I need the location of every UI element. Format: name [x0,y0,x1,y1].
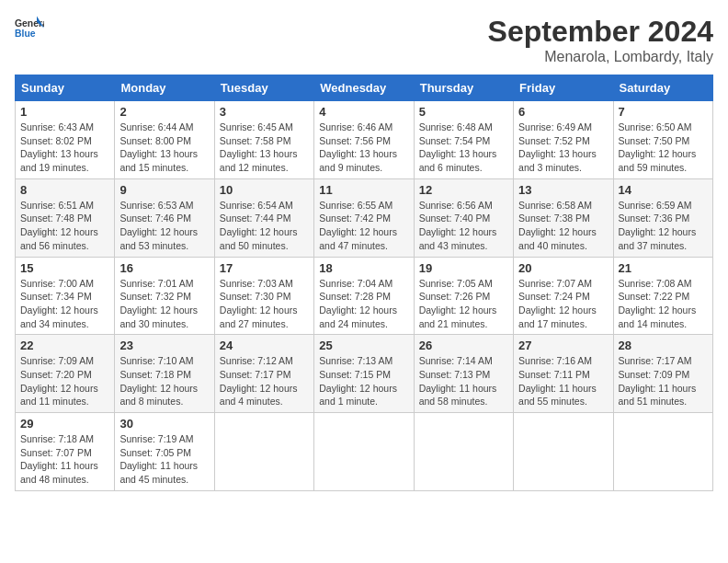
day-number: 6 [518,105,608,119]
day-number: 27 [518,339,608,352]
day-detail: Sunrise: 6:46 AM Sunset: 7:56 PM Dayligh… [319,121,408,175]
calendar-cell: 21 Sunrise: 7:08 AM Sunset: 7:22 PM Dayl… [613,257,712,335]
calendar-cell: 17 Sunrise: 7:03 AM Sunset: 7:30 PM Dayl… [214,257,313,335]
day-detail: Sunrise: 7:19 AM Sunset: 7:05 PM Dayligh… [119,432,209,487]
day-number: 11 [319,183,408,197]
calendar-cell: 27 Sunrise: 7:16 AM Sunset: 7:11 PM Dayl… [514,335,613,413]
day-detail: Sunrise: 7:12 AM Sunset: 7:17 PM Dayligh… [220,354,309,408]
day-detail: Sunrise: 7:07 AM Sunset: 7:24 PM Dayligh… [518,277,608,331]
day-number: 29 [20,417,109,431]
day-detail: Sunrise: 7:14 AM Sunset: 7:13 PM Dayligh… [419,354,508,408]
day-detail: Sunrise: 7:01 AM Sunset: 7:32 PM Dayligh… [119,277,209,331]
week-row-4: 22 Sunrise: 7:09 AM Sunset: 7:20 PM Dayl… [16,335,713,413]
col-sunday: Sunday [16,75,115,101]
calendar-cell: 5 Sunrise: 6:48 AM Sunset: 7:54 PM Dayli… [414,101,513,179]
calendar-cell: 3 Sunrise: 6:45 AM Sunset: 7:58 PM Dayli… [214,101,313,179]
day-detail: Sunrise: 7:05 AM Sunset: 7:26 PM Dayligh… [419,277,508,331]
col-wednesday: Wednesday [314,75,414,101]
day-number: 21 [619,261,708,275]
title-area: September 2024 Menarola, Lombardy, Italy [488,15,713,65]
day-number: 15 [20,261,109,275]
week-row-2: 8 Sunrise: 6:51 AM Sunset: 7:48 PM Dayli… [16,178,713,257]
calendar-cell [514,413,613,491]
day-number: 2 [119,105,209,119]
calendar-cell: 14 Sunrise: 6:59 AM Sunset: 7:36 PM Dayl… [613,178,712,257]
day-detail: Sunrise: 6:51 AM Sunset: 7:48 PM Dayligh… [20,199,109,253]
day-number: 23 [119,339,209,352]
day-detail: Sunrise: 6:59 AM Sunset: 7:36 PM Dayligh… [619,199,708,253]
day-number: 18 [319,261,408,275]
calendar-cell: 9 Sunrise: 6:53 AM Sunset: 7:46 PM Dayli… [115,178,214,257]
day-detail: Sunrise: 7:18 AM Sunset: 7:07 PM Dayligh… [20,432,109,487]
calendar-cell: 24 Sunrise: 7:12 AM Sunset: 7:17 PM Dayl… [214,335,313,413]
day-number: 22 [20,339,109,352]
col-thursday: Thursday [414,75,513,101]
calendar-cell: 1 Sunrise: 6:43 AM Sunset: 8:02 PM Dayli… [16,101,115,179]
calendar-cell: 13 Sunrise: 6:58 AM Sunset: 7:38 PM Dayl… [514,178,613,257]
calendar-cell: 16 Sunrise: 7:01 AM Sunset: 7:32 PM Dayl… [115,257,214,335]
day-number: 17 [220,261,309,275]
day-number: 8 [20,183,109,197]
calendar-cell [613,413,712,491]
logo-icon: General Blue [15,15,44,40]
week-row-1: 1 Sunrise: 6:43 AM Sunset: 8:02 PM Dayli… [16,101,713,179]
col-tuesday: Tuesday [214,75,313,101]
calendar-cell: 22 Sunrise: 7:09 AM Sunset: 7:20 PM Dayl… [16,335,115,413]
calendar-cell: 8 Sunrise: 6:51 AM Sunset: 7:48 PM Dayli… [16,178,115,257]
day-number: 12 [419,183,508,197]
day-detail: Sunrise: 7:16 AM Sunset: 7:11 PM Dayligh… [518,354,608,408]
calendar-cell: 26 Sunrise: 7:14 AM Sunset: 7:13 PM Dayl… [414,335,513,413]
day-detail: Sunrise: 6:44 AM Sunset: 8:00 PM Dayligh… [119,121,209,175]
calendar-cell: 30 Sunrise: 7:19 AM Sunset: 7:05 PM Dayl… [115,413,214,491]
day-number: 1 [20,105,109,119]
calendar-cell: 28 Sunrise: 7:17 AM Sunset: 7:09 PM Dayl… [613,335,712,413]
day-number: 24 [220,339,309,352]
day-number: 28 [619,339,708,352]
month-title: September 2024 [488,15,713,49]
day-number: 5 [419,105,508,119]
day-number: 14 [619,183,708,197]
day-number: 9 [119,183,209,197]
day-detail: Sunrise: 6:45 AM Sunset: 7:58 PM Dayligh… [220,121,309,175]
day-detail: Sunrise: 6:43 AM Sunset: 8:02 PM Dayligh… [20,121,109,175]
location: Menarola, Lombardy, Italy [488,49,713,65]
col-friday: Friday [514,75,613,101]
day-detail: Sunrise: 6:54 AM Sunset: 7:44 PM Dayligh… [220,199,309,253]
calendar-cell: 19 Sunrise: 7:05 AM Sunset: 7:26 PM Dayl… [414,257,513,335]
day-number: 10 [220,183,309,197]
day-detail: Sunrise: 7:17 AM Sunset: 7:09 PM Dayligh… [619,354,708,408]
day-detail: Sunrise: 6:48 AM Sunset: 7:54 PM Dayligh… [419,121,508,175]
calendar-cell: 7 Sunrise: 6:50 AM Sunset: 7:50 PM Dayli… [613,101,712,179]
day-detail: Sunrise: 7:00 AM Sunset: 7:34 PM Dayligh… [20,277,109,331]
day-detail: Sunrise: 7:13 AM Sunset: 7:15 PM Dayligh… [319,354,408,408]
day-number: 25 [319,339,408,352]
col-saturday: Saturday [613,75,712,101]
day-number: 26 [419,339,508,352]
calendar-cell: 20 Sunrise: 7:07 AM Sunset: 7:24 PM Dayl… [514,257,613,335]
calendar-cell: 29 Sunrise: 7:18 AM Sunset: 7:07 PM Dayl… [16,413,115,491]
day-detail: Sunrise: 7:08 AM Sunset: 7:22 PM Dayligh… [619,277,708,331]
week-row-5: 29 Sunrise: 7:18 AM Sunset: 7:07 PM Dayl… [16,413,713,491]
day-detail: Sunrise: 6:50 AM Sunset: 7:50 PM Dayligh… [619,121,708,175]
day-number: 19 [419,261,508,275]
week-row-3: 15 Sunrise: 7:00 AM Sunset: 7:34 PM Dayl… [16,257,713,335]
calendar-cell: 23 Sunrise: 7:10 AM Sunset: 7:18 PM Dayl… [115,335,214,413]
day-detail: Sunrise: 7:04 AM Sunset: 7:28 PM Dayligh… [319,277,408,331]
day-detail: Sunrise: 6:53 AM Sunset: 7:46 PM Dayligh… [119,199,209,253]
day-detail: Sunrise: 6:58 AM Sunset: 7:38 PM Dayligh… [518,199,608,253]
day-detail: Sunrise: 6:55 AM Sunset: 7:42 PM Dayligh… [319,199,408,253]
day-number: 3 [220,105,309,119]
day-number: 16 [119,261,209,275]
calendar-cell: 15 Sunrise: 7:00 AM Sunset: 7:34 PM Dayl… [16,257,115,335]
calendar-cell: 10 Sunrise: 6:54 AM Sunset: 7:44 PM Dayl… [214,178,313,257]
calendar-cell: 11 Sunrise: 6:55 AM Sunset: 7:42 PM Dayl… [314,178,414,257]
calendar-cell: 25 Sunrise: 7:13 AM Sunset: 7:15 PM Dayl… [314,335,414,413]
day-number: 7 [619,105,708,119]
day-number: 4 [319,105,408,119]
calendar-cell [414,413,513,491]
logo: General Blue [15,15,44,40]
calendar-cell: 18 Sunrise: 7:04 AM Sunset: 7:28 PM Dayl… [314,257,414,335]
col-monday: Monday [115,75,214,101]
day-number: 20 [518,261,608,275]
day-detail: Sunrise: 7:10 AM Sunset: 7:18 PM Dayligh… [119,354,209,408]
